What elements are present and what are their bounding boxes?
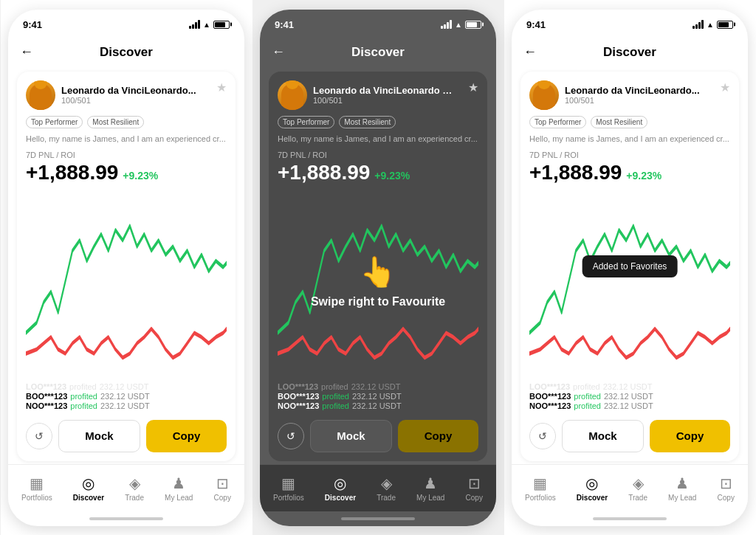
card-buttons: ↺MockCopy xyxy=(529,420,730,452)
star-icon[interactable]: ★ xyxy=(468,80,478,94)
swipe-overlay: 👆Swipe right to Favourite xyxy=(278,189,478,374)
follower-name: LOO***123 xyxy=(529,382,570,391)
pnl-value-row: +1,888.99+9.23% xyxy=(278,161,478,184)
follower-name: BOO***123 xyxy=(278,392,319,401)
card-user: Leonardo da VinciLeonardo...100/501 xyxy=(529,80,700,110)
nav-item-discover[interactable]: ◎Discover xyxy=(577,474,608,502)
refresh-button[interactable]: ↺ xyxy=(26,423,52,449)
swipe-text: Swipe right to Favourite xyxy=(311,295,445,308)
pnl-number: +1,888.99 xyxy=(529,161,622,184)
card-header: Leonardo da VinciLeonardo...100/501★ xyxy=(26,80,227,110)
nav-item-portfolios[interactable]: ▦Portfolios xyxy=(21,474,52,502)
avatar xyxy=(529,80,559,110)
follower-item-1: BOO***123 profited 232.12 USDT xyxy=(278,392,478,401)
status-icons: ▲ xyxy=(441,20,481,29)
mock-button[interactable]: Mock xyxy=(310,420,392,452)
chart-svg xyxy=(26,189,227,374)
phone-wrapper-3: 9:41▲←DiscoverLeonardo da VinciLeonardo.… xyxy=(504,0,756,535)
nav-label-my-lead: My Lead xyxy=(416,494,444,502)
nav-item-my-lead[interactable]: ♟My Lead xyxy=(165,474,193,502)
pnl-label: 7D PNL / ROI xyxy=(529,151,730,159)
nav-item-discover[interactable]: ◎Discover xyxy=(325,474,356,502)
follower-item-2: NOO***123 profited 232.12 USDT xyxy=(278,401,478,410)
status-time: 9:41 xyxy=(526,19,546,30)
copy-button[interactable]: Copy xyxy=(650,420,730,452)
nav-icon-my-lead: ♟ xyxy=(424,474,437,492)
favorite-tooltip: Added to Favorites xyxy=(583,255,678,277)
avatar xyxy=(26,80,55,110)
mock-button[interactable]: Mock xyxy=(58,420,140,452)
nav-item-my-lead[interactable]: ♟My Lead xyxy=(416,474,444,502)
bottom-nav: ▦Portfolios◎Discover◈Trade♟My Lead⊡Copy xyxy=(260,464,496,511)
star-icon[interactable]: ★ xyxy=(720,80,730,94)
nav-label-copy: Copy xyxy=(214,494,231,502)
follower-action: profited xyxy=(322,401,349,410)
nav-label-discover: Discover xyxy=(577,494,608,502)
star-icon[interactable]: ★ xyxy=(216,80,227,94)
back-button[interactable]: ← xyxy=(272,44,285,60)
status-bar: 9:41▲ xyxy=(512,10,748,36)
followers-list: LOO***123 profited 232.12 USDTBOO***123 … xyxy=(26,382,227,411)
nav-item-discover[interactable]: ◎Discover xyxy=(73,474,104,502)
badge-top-performer: Top Performer xyxy=(26,116,83,128)
phone-wrapper-1: 9:41▲←DiscoverLeonardo da VinciLeonardo.… xyxy=(1,0,252,535)
follower-name: NOO***123 xyxy=(278,401,319,410)
status-icons: ▲ xyxy=(189,20,230,29)
card-user: Leonardo da VinciLeonardo da V...100/501 xyxy=(278,80,453,110)
nav-item-trade[interactable]: ◈Trade xyxy=(377,474,396,502)
followers-list: LOO***123 profited 232.12 USDTBOO***123 … xyxy=(529,382,730,411)
follower-name: BOO***123 xyxy=(529,392,571,401)
follower-action: profited xyxy=(70,392,97,401)
nav-item-trade[interactable]: ◈Trade xyxy=(125,474,144,502)
nav-icon-discover: ◎ xyxy=(82,474,94,492)
card-description: Hello, my name is James, and I am an exp… xyxy=(278,134,478,143)
nav-label-trade: Trade xyxy=(125,494,144,502)
nav-item-copy[interactable]: ⊡Copy xyxy=(466,474,483,502)
swipe-hand-icon: 👆 xyxy=(360,255,396,289)
battery-icon xyxy=(717,21,733,29)
signal-icon xyxy=(441,20,452,29)
user-info: Leonardo da VinciLeonardo...100/501 xyxy=(565,85,700,105)
status-time: 9:41 xyxy=(275,19,294,30)
nav-item-trade[interactable]: ◈Trade xyxy=(628,474,647,502)
follower-action: profited xyxy=(70,401,97,410)
refresh-button[interactable]: ↺ xyxy=(278,423,304,449)
nav-label-discover: Discover xyxy=(325,494,356,502)
nav-icon-portfolios: ▦ xyxy=(533,474,547,492)
back-button[interactable]: ← xyxy=(523,44,537,60)
nav-label-trade: Trade xyxy=(377,494,396,502)
nav-item-portfolios[interactable]: ▦Portfolios xyxy=(525,474,556,502)
copy-button[interactable]: Copy xyxy=(398,420,478,452)
pnl-number: +1,888.99 xyxy=(26,161,118,184)
back-button[interactable]: ← xyxy=(20,44,33,60)
nav-item-my-lead[interactable]: ♟My Lead xyxy=(668,474,696,502)
nav-label-discover: Discover xyxy=(73,494,104,502)
badge-most-resilient: Most Resilient xyxy=(339,116,396,128)
nav-item-portfolios[interactable]: ▦Portfolios xyxy=(273,474,304,502)
status-icons: ▲ xyxy=(693,20,733,29)
nav-item-copy[interactable]: ⊡Copy xyxy=(214,474,231,502)
follower-item-0: LOO***123 profited 232.12 USDT xyxy=(529,382,730,391)
mock-button[interactable]: Mock xyxy=(562,420,644,452)
nav-label-portfolios: Portfolios xyxy=(525,494,556,502)
trader-card: Leonardo da VinciLeonardo...100/501★Top … xyxy=(17,72,236,461)
follower-item-2: NOO***123 profited 232.12 USDT xyxy=(529,401,730,410)
badge-most-resilient: Most Resilient xyxy=(591,116,647,128)
nav-item-copy[interactable]: ⊡Copy xyxy=(718,474,735,502)
battery-icon xyxy=(465,21,481,29)
nav-icon-my-lead: ♟ xyxy=(172,474,185,492)
pnl-percent: +9.23% xyxy=(374,170,410,182)
phones-container: 9:41▲←DiscoverLeonardo da VinciLeonardo.… xyxy=(0,0,756,535)
follower-amount: 232.12 USDT xyxy=(352,392,402,401)
wifi-icon: ▲ xyxy=(455,21,462,29)
follower-amount: 232.12 USDT xyxy=(100,401,150,410)
nav-icon-trade: ◈ xyxy=(633,474,644,492)
avatar xyxy=(278,80,307,110)
copy-button[interactable]: Copy xyxy=(146,420,227,452)
user-count: 100/501 xyxy=(565,96,700,105)
follower-amount: 232.12 USDT xyxy=(604,392,653,401)
pnl-value-row: +1,888.99+9.23% xyxy=(26,161,227,184)
user-info: Leonardo da VinciLeonardo da V...100/501 xyxy=(313,85,453,105)
follower-name: BOO***123 xyxy=(26,392,67,401)
refresh-button[interactable]: ↺ xyxy=(529,423,556,449)
